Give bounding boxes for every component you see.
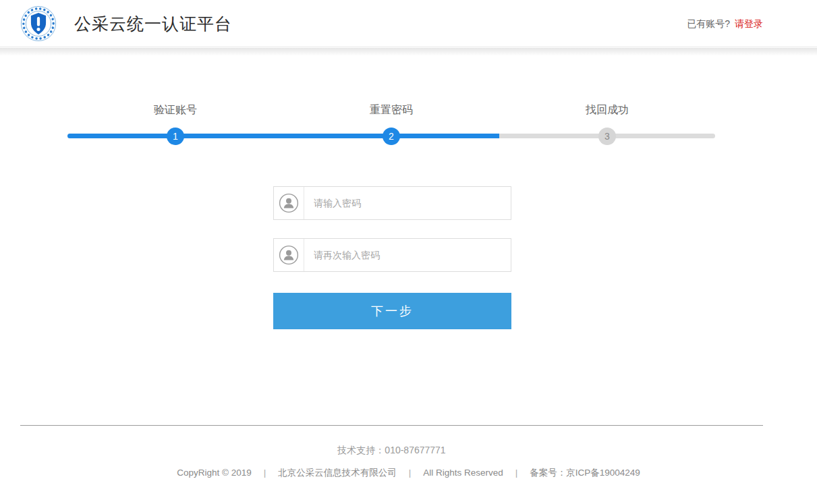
step-label-verify-account: 验证账号 [67,103,283,117]
footer-separator: | [264,468,266,478]
confirm-password-input[interactable] [304,239,511,271]
footer-separator: | [409,468,412,478]
password-field-group [273,186,511,220]
next-step-button[interactable]: 下一步 [273,293,511,329]
page-title: 公采云统一认证平台 [74,0,232,47]
user-icon [274,187,304,219]
step-progress: 验证账号 重置密码 找回成功 1 2 3 [67,98,715,148]
account-hint: 已有账号? [687,18,730,29]
footer-separator: | [515,468,518,478]
confirm-password-field-group [273,238,511,272]
password-input[interactable] [304,187,511,219]
platform-logo-icon [20,5,57,42]
header-right: 已有账号? 请登录 [687,0,763,47]
footer-divider [20,425,763,426]
step-circle-1: 1 [167,128,184,145]
step-circle-3: 3 [598,128,616,145]
copyright-text: CopyRight © 2019 [177,468,252,478]
login-link[interactable]: 请登录 [735,18,763,29]
step-circle-2: 2 [383,128,400,145]
user-icon [274,239,304,271]
step-label-reset-password: 重置密码 [283,103,499,117]
rights-text: All Rights Reserved [423,468,503,478]
tech-support-text: 技术支持：010-87677771 [20,445,763,457]
icp-number: 备案号：京ICP备19004249 [530,468,640,478]
progress-fill [67,134,499,138]
copyright-line: CopyRight © 2019|北京公采云信息技术有限公司|All Right… [0,467,817,479]
step-label-recover-success: 找回成功 [499,103,715,117]
company-name: 北京公采云信息技术有限公司 [278,468,397,478]
header: 公采云统一认证平台 已有账号? 请登录 [0,0,817,47]
